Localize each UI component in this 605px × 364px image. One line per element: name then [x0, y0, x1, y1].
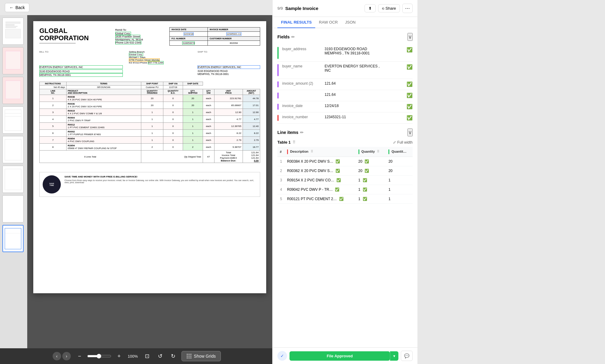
- col-ship-point: SHIP POINT: [141, 82, 163, 86]
- full-width-button[interactable]: ⤢ Full width: [393, 140, 413, 145]
- approve-group: File Approved ▾: [289, 351, 398, 361]
- col-line-no: LINENO.: [40, 89, 67, 95]
- svg-rect-14: [4, 138, 22, 161]
- invoice-line-row: 5 R00121 PT PVC CEMENT 2246S 2246S 1 0 1…: [40, 123, 260, 130]
- table1-drag[interactable]: ⠿: [293, 140, 296, 145]
- share-icon: ⎋: [382, 6, 384, 11]
- comment-icon: 💬: [404, 353, 409, 358]
- row-qty2: 20: [386, 166, 413, 176]
- file-approved-button[interactable]: File Approved: [289, 351, 390, 361]
- field-value: 3193 EDGEWOOD ROADMEMPHIS , TN 39118-000…: [325, 47, 407, 55]
- document-title: Sample Invoice: [285, 6, 362, 11]
- invoice-line-row: 3 R09154 X 2 PVC DWV COMB Y & 1/8 1 0 1 …: [40, 109, 260, 116]
- row-qty1: 1 ✅: [356, 185, 386, 194]
- invoice-line-row: 8 R285405968 4" DWV REPAIR COUPLING N/ S…: [40, 144, 260, 151]
- row-qty1-check: ✅: [365, 169, 369, 173]
- qty1-drag[interactable]: ⠿: [377, 150, 379, 153]
- company-logo: GLOBAL CORPORATION: [39, 27, 89, 42]
- share-button[interactable]: ⎋ Share: [378, 4, 400, 12]
- show-grids-button[interactable]: Show Grids: [182, 351, 221, 361]
- tab-final-results[interactable]: FINAL RESULTS: [277, 17, 315, 28]
- invoice-line-row: 4 R09042 PVC DWV P-TRAP 1 0 1 each 4.77 …: [40, 116, 260, 123]
- thumbnail-1[interactable]: [2, 18, 24, 45]
- approve-dropdown-button[interactable]: ▾: [390, 351, 398, 361]
- ship-to-addr: 3193 EDGEWOOD ROAD: [198, 70, 260, 73]
- back-button[interactable]: Back: [5, 3, 29, 12]
- upload-button[interactable]: ⬆: [365, 4, 376, 12]
- svg-rect-19: [4, 227, 22, 250]
- result-row: 4 R09042 PVC DWV P - TR… ✅ 1 ✅ 1: [277, 185, 413, 194]
- row-desc-check: ✅: [336, 178, 341, 182]
- row-desc-check: ✅: [339, 197, 344, 201]
- ship-date-val: 11/27/18: [163, 86, 183, 89]
- thumbnail-7[interactable]: [2, 195, 24, 223]
- field-row: buyer_name EVERTON ENERGY SERVICES ,INC …: [277, 62, 413, 79]
- row-qty1-check: ✅: [365, 159, 369, 164]
- total-label: Total Invoice Total Payment AMEX Balance…: [214, 151, 243, 163]
- col-qty-ordered: QUANTITYORDERED: [141, 89, 163, 95]
- total-vals: 121.64 121.64 121.64 0.00: [243, 151, 260, 163]
- selling-ks: KS 67213 Phone: [129, 61, 147, 64]
- field-indicator: [277, 104, 279, 110]
- tabs-bar: FINAL RESULTS RAW OCR JSON: [273, 17, 417, 28]
- header-actions: ⬆ ⎋ Share ⋯: [365, 4, 413, 13]
- show-grids-label: Show Grids: [194, 354, 216, 359]
- field-indicator: [277, 47, 279, 59]
- line-items-expand-button[interactable]: ∨: [407, 128, 413, 136]
- line-items-header: Line items ✏ ∨: [277, 128, 413, 136]
- ship-via-val: Customer PU: [141, 86, 163, 89]
- cust-val: 802094: [208, 41, 260, 46]
- thumbnail-3[interactable]: [2, 77, 24, 104]
- svg-rect-7: [5, 51, 21, 69]
- prev-page-button[interactable]: ‹: [53, 352, 61, 360]
- footer-text: Choose from three easy ways to receive y…: [64, 179, 257, 184]
- fit-page-button[interactable]: ⊡: [142, 352, 152, 361]
- thumbnail-5[interactable]: [2, 136, 24, 163]
- field-check-icon: ✅: [407, 64, 413, 70]
- bottom-actions: ✓ File Approved ▾ 💬: [273, 347, 417, 364]
- thumbnail-2[interactable]: [2, 47, 24, 74]
- field-row: invoice_date 12/24/18 ✅: [277, 101, 413, 112]
- ship-to-label: SHIP TO:: [198, 50, 260, 53]
- tab-raw-ocr[interactable]: RAW OCR: [315, 17, 341, 28]
- thumbnail-8-active[interactable]: [2, 225, 24, 252]
- field-name: invoice_number: [282, 115, 325, 119]
- rotate-ccw-button[interactable]: ↺: [155, 352, 165, 361]
- row-num: 3: [277, 176, 285, 185]
- rotate-cw-button[interactable]: ↻: [168, 352, 178, 361]
- comment-button[interactable]: 💬: [401, 351, 413, 361]
- desc-drag[interactable]: ⠿: [311, 150, 313, 153]
- thumbnail-4[interactable]: [2, 106, 24, 134]
- zoom-in-button[interactable]: +: [115, 352, 123, 361]
- invoice-info-table: INVOICE DATE INVOICE NUMBER 12/24/18 123…: [169, 27, 260, 46]
- row-qty2: 20: [386, 157, 413, 166]
- col-terms: TERMS: [66, 82, 141, 86]
- thumbnail-6[interactable]: [2, 166, 24, 193]
- svg-rect-1: [5, 21, 21, 24]
- remit-to-label: Remit To:: [115, 28, 143, 31]
- document-page: GLOBAL CORPORATION Remit To: Global Corp…: [33, 21, 266, 293]
- zoom-out-button[interactable]: −: [76, 352, 84, 361]
- row-qty1-check: ✅: [363, 197, 367, 201]
- svg-rect-2: [5, 24, 15, 25]
- fields-expand-button[interactable]: ∨: [407, 33, 413, 41]
- line-items-edit-button[interactable]: ✏: [300, 130, 304, 135]
- zoom-slider[interactable]: [87, 354, 111, 359]
- col-qty-shipped: QTY.SHIPPED: [183, 89, 203, 95]
- col-qty-um: QTYU/M: [203, 89, 214, 95]
- next-page-button[interactable]: ›: [62, 352, 71, 360]
- col-product: PRODUCTAND DESCRIPTION: [66, 89, 141, 95]
- col-qty1-header: Quantity ⠿: [356, 147, 386, 157]
- footer-banner: SAVETIME SAVE TIME AND MONEY WITH OUR FR…: [39, 172, 260, 197]
- row-desc-check: ✅: [335, 159, 340, 164]
- col-desc-header: Description ⠿: [285, 147, 356, 157]
- row-qty1: 1 ✅: [356, 176, 386, 185]
- col-num-header: #: [277, 147, 285, 157]
- row-qty1-check: ✅: [363, 178, 367, 182]
- inv-num-val: 12345321-11: [208, 32, 260, 37]
- field-name: invoice_amount (2): [282, 81, 325, 86]
- fields-edit-button[interactable]: ✏: [291, 34, 295, 39]
- inv-date-val: 12/24/18: [170, 32, 208, 37]
- tab-json[interactable]: JSON: [342, 17, 359, 28]
- more-options-button[interactable]: ⋯: [402, 4, 413, 13]
